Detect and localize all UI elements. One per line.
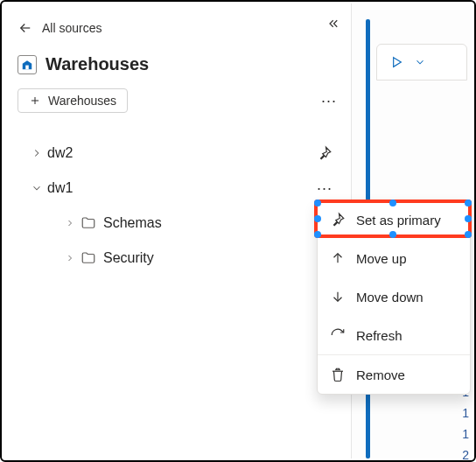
- panel-more-icon[interactable]: ···: [321, 92, 337, 110]
- refresh-icon: [330, 327, 346, 343]
- tree-item-schemas[interactable]: Schemas: [18, 206, 337, 241]
- warehouse-icon: [18, 55, 37, 74]
- menu-move-up[interactable]: Move up: [318, 239, 470, 277]
- arrow-left-icon: [18, 20, 33, 36]
- tree-item-label: dw1: [47, 180, 73, 196]
- folder-icon: [80, 215, 96, 231]
- tree-item-more-icon[interactable]: ···: [317, 179, 332, 198]
- svg-rect-0: [25, 65, 29, 69]
- back-label: All sources: [42, 21, 102, 35]
- chevron-down-icon[interactable]: [26, 182, 47, 194]
- tree: dw2 dw1 ···: [18, 136, 337, 276]
- menu-label: Remove: [356, 368, 405, 382]
- plus-icon: [29, 94, 41, 107]
- pin-icon: [330, 212, 346, 228]
- tree-item-dw2[interactable]: dw2: [18, 136, 337, 171]
- tree-item-dw1[interactable]: dw1 ···: [18, 171, 337, 206]
- chevron-right-icon[interactable]: [26, 147, 47, 159]
- app-frame: All sources Warehouses Warehouses ···: [0, 0, 476, 462]
- context-menu: Set as primary Move up Move down Refresh: [317, 200, 471, 395]
- collapse-panel-icon[interactable]: [325, 16, 340, 32]
- menu-move-down[interactable]: Move down: [318, 277, 470, 316]
- menu-label: Refresh: [356, 328, 402, 343]
- pin-icon[interactable]: [317, 145, 332, 161]
- page-title: Warehouses: [46, 54, 149, 74]
- tree-item-label: Schemas: [103, 215, 162, 231]
- menu-refresh[interactable]: Refresh: [318, 316, 470, 354]
- menu-remove[interactable]: Remove: [318, 355, 470, 394]
- arrow-down-icon: [330, 289, 346, 304]
- title-row: Warehouses: [18, 54, 337, 74]
- chevron-down-icon[interactable]: [414, 56, 426, 68]
- explorer-panel: All sources Warehouses Warehouses ···: [4, 4, 352, 458]
- tree-item-label: Security: [103, 250, 154, 266]
- chevron-right-icon[interactable]: [60, 218, 80, 228]
- folder-icon: [80, 250, 96, 266]
- tree-item-security[interactable]: Security: [18, 241, 337, 276]
- back-link[interactable]: All sources: [18, 16, 337, 40]
- run-toolbar: [376, 44, 467, 80]
- trash-icon: [330, 367, 346, 382]
- play-icon[interactable]: [389, 55, 403, 69]
- add-warehouse-button[interactable]: Warehouses: [18, 88, 128, 113]
- tree-item-label: dw2: [47, 145, 73, 161]
- menu-set-primary[interactable]: Set as primary: [318, 200, 470, 239]
- menu-label: Move up: [356, 251, 407, 266]
- arrow-up-icon: [330, 250, 346, 266]
- menu-label: Set as primary: [356, 213, 441, 228]
- chevron-right-icon[interactable]: [60, 253, 80, 263]
- add-button-label: Warehouses: [48, 94, 116, 108]
- menu-label: Move down: [356, 290, 424, 304]
